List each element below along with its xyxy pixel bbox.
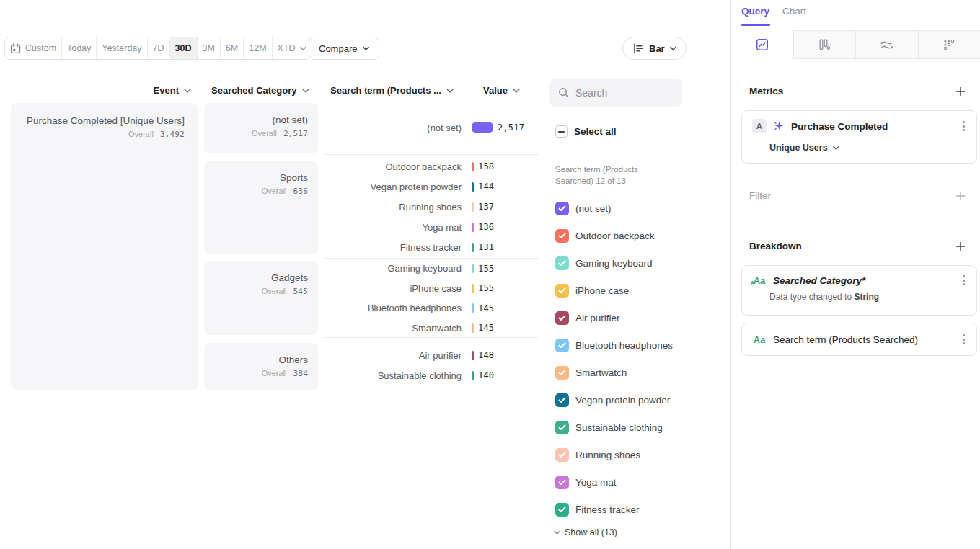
table-row-iphone-case[interactable]: iPhone case 155 [325,279,538,299]
range-3m-button[interactable]: 3M [198,37,221,59]
checkbox[interactable] [555,339,569,352]
table-row-bluetooth-headphones[interactable]: Bluetooth headphones 145 [325,298,538,318]
add-filter-button[interactable] [955,190,966,202]
chart-type-button[interactable]: Bar [622,37,687,60]
checkbox[interactable] [555,366,569,380]
filter-item-gaming-keyboard[interactable]: Gaming keyboard [555,249,682,277]
range-7d-button[interactable]: 7D [148,37,170,59]
filter-item-not-set[interactable]: (not set) [555,195,682,222]
checkbox[interactable] [555,421,569,434]
term-row-group: Gaming keyboard 155 iPhone case 155 Blue… [325,258,538,337]
table-row-not-set[interactable]: (not set) 2,517 [325,117,538,138]
event-card[interactable]: Purchase Completed [Unique Users] Overal… [11,103,198,390]
column-header-event[interactable]: Event [0,84,191,97]
category-card-gadgets[interactable]: Gadgets Overall545 [204,261,318,335]
range-today-button[interactable]: Today [62,37,97,59]
kebab-menu-icon[interactable] [961,120,966,133]
search-input[interactable] [575,87,662,99]
category-card-not-set[interactable]: (not set) Overall2,517 [204,103,318,153]
column-header-searched-category[interactable]: Searched Category [211,84,309,97]
select-all-checkbox[interactable] [555,125,568,138]
compare-button[interactable]: Compare [309,37,379,60]
filter-item-vegan-protein-powder[interactable]: Vegan protein powder [555,386,682,414]
range-30d-button[interactable]: 30D [170,37,198,59]
filter-item-bluetooth-headphones[interactable]: Bluetooth headphones [555,331,682,359]
checkbox[interactable] [555,448,569,462]
metric-counting-method[interactable]: Unique Users [769,143,828,153]
breakdown-name: Search term (Products Searched) [773,334,918,345]
event-label: Purchase Completed [Unique Users] [24,115,185,128]
table-row-smartwatch[interactable]: Smartwatch 145 [325,318,538,339]
breakdown-card[interactable]: Aa* Searched Category* Data type changed… [741,265,977,316]
range-xtd-button[interactable]: XTD [273,37,312,59]
table-row-outdoor-backpack[interactable]: Outdoor backpack 158 [325,156,538,177]
check-icon [558,370,566,376]
checkbox[interactable] [555,284,569,298]
report-tab-flows[interactable] [855,30,918,59]
filter-item-air-purifier[interactable]: Air purifier [555,304,682,331]
search-box[interactable] [549,79,682,107]
check-icon [558,260,566,267]
table-row-yoga-mat[interactable]: Yoga mat 136 [325,217,538,237]
breakdown-card[interactable]: Aa Search term (Products Searched) [741,323,977,356]
filter-item-label: Outdoor backpack [575,231,655,241]
checkbox[interactable] [555,503,569,517]
table-row-sustainable-clothing[interactable]: Sustainable clothing 140 [325,365,538,385]
divider [549,153,682,153]
overall-value: 3,492 [160,130,185,139]
range-12m-button[interactable]: 12M [244,37,272,59]
filter-item-running-shoes[interactable]: Running shoes [555,441,682,468]
range-yesterday-button[interactable]: Yesterday [97,37,147,59]
term-label: Smartwatch [325,323,462,334]
range-custom-button[interactable]: Custom [5,37,62,59]
value-bar [472,303,474,313]
table-row-air-purifier[interactable]: Air purifier 148 [325,345,538,365]
add-breakdown-button[interactable] [955,241,966,252]
filter-item-outdoor-backpack[interactable]: Outdoor backpack [555,222,682,249]
add-metric-button[interactable] [955,86,966,97]
report-tab-insights[interactable] [731,30,794,59]
checkbox[interactable] [555,202,569,215]
tab-chart[interactable]: Chart [782,6,806,17]
filter-item-label: Running shoes [575,450,640,460]
filter-item-smartwatch[interactable]: Smartwatch [555,359,682,386]
category-card-others[interactable]: Others Overall384 [204,343,318,390]
term-value: 144 [478,182,494,192]
term-value: 140 [478,370,494,380]
show-all-button[interactable]: Show all (13) [554,527,617,537]
checkbox[interactable] [555,311,569,325]
metric-card[interactable]: A Purchase Completed Unique Users [741,110,977,164]
filter-item-label: Gaming keyboard [575,258,653,269]
overall-label: Overall [128,130,154,138]
checkbox[interactable] [555,393,569,407]
filter-item-yoga-mat[interactable]: Yoga mat [555,468,682,496]
checkbox[interactable] [555,256,569,270]
tab-query[interactable]: Query [741,6,769,17]
table-row-fitness-tracker[interactable]: Fitness tracker 131 [325,237,538,257]
term-row-group: Air purifier 148 Sustainable clothing 14… [325,337,538,390]
value-bar [472,371,474,380]
chevron-down-icon [670,46,676,50]
filter-item-label: Yoga mat [575,477,617,488]
table-row-gaming-keyboard[interactable]: Gaming keyboard 155 [325,259,538,279]
select-all[interactable]: Select all [555,125,617,138]
column-header-value[interactable]: Value [483,84,520,97]
value-bar [472,182,474,192]
table-row-vegan-protein-powder[interactable]: Vegan protein powder 144 [325,177,538,197]
chevron-down-icon [184,89,191,93]
filter-item-fitness-tracker[interactable]: Fitness tracker [555,496,682,523]
report-tab-funnels[interactable] [794,30,856,59]
column-header-search-term[interactable]: Search term (Products ... [330,84,454,97]
checkbox[interactable] [555,229,569,243]
value-bar [472,264,474,273]
category-label: Sports [214,171,308,184]
kebab-menu-icon[interactable] [961,274,966,287]
checkbox[interactable] [555,476,569,489]
report-tab-retention[interactable] [918,30,980,59]
filter-item-sustainable-clothing[interactable]: Sustainable clothing [555,414,682,441]
range-6m-button[interactable]: 6M [221,37,244,59]
kebab-menu-icon[interactable] [961,333,966,346]
table-row-running-shoes[interactable]: Running shoes 137 [325,197,538,217]
filter-item-iphone-case[interactable]: iPhone case [555,277,682,304]
category-card-sports[interactable]: Sports Overall636 [204,161,318,254]
